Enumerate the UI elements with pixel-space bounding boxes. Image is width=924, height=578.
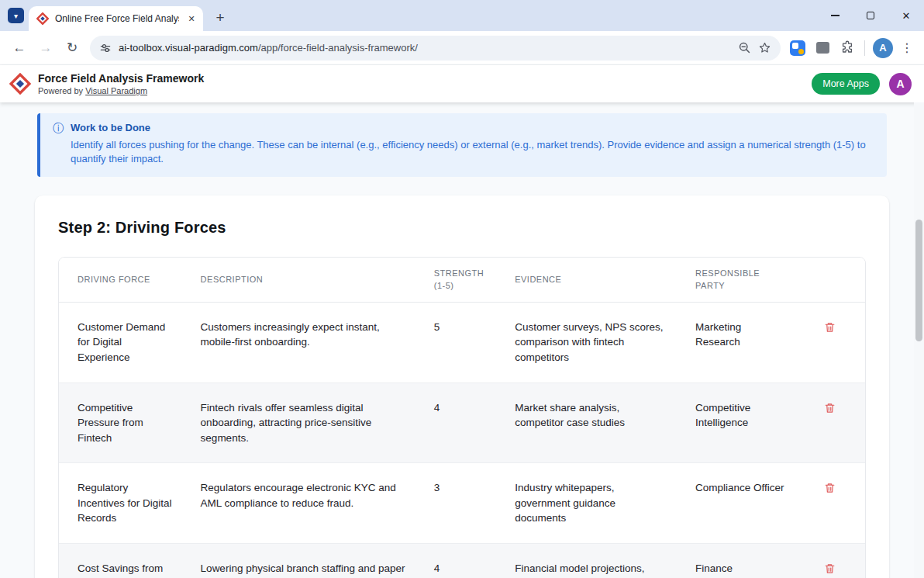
extensions-menu-button[interactable] bbox=[835, 36, 860, 61]
zoom-icon[interactable] bbox=[738, 41, 751, 54]
browser-profile-avatar[interactable]: A bbox=[873, 38, 893, 58]
cell-strength: 5 bbox=[415, 302, 496, 382]
tab-title: Online Free Force Field Analysis bbox=[55, 13, 179, 24]
close-button[interactable]: ✕ bbox=[888, 0, 924, 31]
app-title: Force Field Analysis Framework bbox=[38, 72, 204, 85]
table-row: Competitive Pressure from Fintech Fintec… bbox=[59, 382, 865, 463]
site-info-icon[interactable] bbox=[99, 42, 112, 54]
reload-button[interactable]: ↻ bbox=[59, 35, 85, 61]
cell-evidence: Customer surveys, NPS scores, comparison… bbox=[496, 302, 677, 382]
column-header: EVIDENCE bbox=[496, 258, 677, 303]
scrollbar-thumb[interactable] bbox=[915, 220, 922, 341]
visual-paradigm-logo bbox=[9, 73, 31, 95]
forward-button: → bbox=[33, 35, 59, 61]
app-header: Force Field Analysis Framework Powered b… bbox=[0, 65, 924, 102]
browser-tab[interactable]: Online Free Force Field Analysis ✕ bbox=[29, 6, 203, 31]
cell-evidence: Financial model projections, branch cost… bbox=[496, 543, 677, 578]
delete-row-button[interactable] bbox=[822, 400, 837, 416]
driving-forces-card: Step 2: Driving Forces DRIVING FORCE DES… bbox=[35, 196, 889, 578]
delete-row-button[interactable] bbox=[822, 480, 837, 496]
browser-menu-button[interactable]: ⋮ bbox=[896, 36, 918, 61]
cell-driving-force: Customer Demand for Digital Experience bbox=[59, 302, 182, 382]
user-avatar[interactable]: A bbox=[889, 73, 912, 95]
tab-close-icon[interactable]: ✕ bbox=[185, 12, 198, 25]
cell-strength: 3 bbox=[415, 463, 496, 544]
section-heading: Step 2: Driving Forces bbox=[58, 219, 866, 237]
cell-evidence: Market share analysis, competitor case s… bbox=[496, 382, 677, 463]
url-text: ai-toolbox.visual-paradigm.com/app/force… bbox=[119, 42, 731, 54]
table-row: Customer Demand for Digital Experience C… bbox=[59, 302, 865, 382]
tab-strip: ▾ Online Free Force Field Analysis ✕ + ✕ bbox=[0, 0, 924, 31]
cell-driving-force: Cost Savings from Reduced Paper and bbox=[59, 543, 182, 578]
window-controls: ✕ bbox=[817, 0, 924, 31]
address-bar[interactable]: ai-toolbox.visual-paradigm.com/app/force… bbox=[90, 36, 781, 61]
info-icon: ⓘ bbox=[53, 123, 64, 133]
column-header-actions bbox=[795, 258, 865, 303]
toolbar-right: A ⋮ bbox=[785, 36, 918, 61]
page-content: ⓘ Work to be Done Identify all forces pu… bbox=[0, 102, 924, 578]
delete-row-button[interactable] bbox=[822, 561, 837, 576]
column-header: DRIVING FORCE bbox=[59, 258, 182, 303]
chat-bubble-icon bbox=[816, 42, 829, 54]
trash-icon bbox=[824, 402, 836, 414]
trash-icon bbox=[824, 562, 836, 575]
trash-icon bbox=[824, 482, 836, 494]
browser-toolbar: ← → ↻ ai-toolbox.visual-paradigm.com/app… bbox=[0, 31, 924, 65]
visual-paradigm-link[interactable]: Visual Paradigm bbox=[85, 86, 147, 95]
cell-responsible-party: Compliance Officer bbox=[677, 463, 795, 544]
cell-description: Lowering physical branch staffing and pa… bbox=[182, 543, 415, 578]
cell-strength: 4 bbox=[415, 382, 496, 463]
column-header: RESPONSIBLE PARTY bbox=[677, 258, 795, 303]
cell-driving-force: Competitive Pressure from Fintech bbox=[59, 382, 182, 463]
info-banner-title: Work to be Done bbox=[71, 122, 150, 133]
minimize-icon bbox=[831, 15, 840, 16]
toolbar-divider bbox=[864, 40, 865, 56]
info-banner-body: Identify all forces pushing for the chan… bbox=[71, 138, 874, 167]
cell-evidence: Industry whitepapers, government guidanc… bbox=[496, 463, 677, 544]
cell-description: Customers increasingly expect instant, m… bbox=[182, 302, 415, 382]
cell-responsible-party: Marketing Research bbox=[677, 302, 795, 382]
bookmark-star-icon[interactable] bbox=[758, 41, 771, 54]
info-banner-header: ⓘ Work to be Done bbox=[53, 122, 874, 133]
info-banner: ⓘ Work to be Done Identify all forces pu… bbox=[37, 113, 887, 177]
chevron-down-icon: ▾ bbox=[14, 12, 18, 20]
table-header-row: DRIVING FORCE DESCRIPTION STRENGTH (1-5)… bbox=[59, 258, 865, 303]
driving-forces-table: DRIVING FORCE DESCRIPTION STRENGTH (1-5)… bbox=[58, 257, 866, 578]
new-tab-button[interactable]: + bbox=[209, 7, 231, 29]
puzzle-icon bbox=[840, 40, 855, 56]
cell-driving-force: Regulatory Incentives for Digital Record… bbox=[59, 463, 182, 544]
tab-search-button[interactable]: ▾ bbox=[8, 8, 24, 23]
cell-strength: 4 bbox=[415, 543, 496, 578]
table-row: Cost Savings from Reduced Paper and Lowe… bbox=[59, 543, 865, 578]
cell-responsible-party: Competitive Intelligence bbox=[677, 382, 795, 463]
browser-window: ▾ Online Free Force Field Analysis ✕ + ✕… bbox=[0, 0, 924, 578]
more-apps-button[interactable]: More Apps bbox=[812, 73, 880, 95]
cell-responsible-party: Finance Department bbox=[677, 543, 795, 578]
column-header: STRENGTH (1-5) bbox=[415, 258, 496, 303]
minimize-button[interactable] bbox=[817, 0, 853, 31]
delete-row-button[interactable] bbox=[822, 320, 837, 335]
extension-icon-colorful bbox=[790, 40, 805, 56]
trash-icon bbox=[824, 321, 836, 334]
tab-favicon bbox=[36, 12, 49, 25]
maximize-button[interactable] bbox=[853, 0, 888, 31]
table-row: Regulatory Incentives for Digital Record… bbox=[59, 463, 865, 544]
cell-description: Regulators encourage electronic KYC and … bbox=[182, 463, 415, 544]
url-domain: ai-toolbox.visual-paradigm.com bbox=[119, 42, 258, 54]
app-header-text: Force Field Analysis Framework Powered b… bbox=[38, 72, 204, 95]
maximize-icon bbox=[867, 12, 874, 19]
extension-button-2[interactable] bbox=[810, 36, 835, 61]
back-button[interactable]: ← bbox=[6, 35, 33, 61]
extension-button-1[interactable] bbox=[785, 36, 810, 61]
cell-description: Fintech rivals offer seamless digital on… bbox=[182, 382, 415, 463]
url-path: /app/force-field-analysis-framework/ bbox=[258, 42, 418, 54]
column-header: DESCRIPTION bbox=[182, 258, 415, 303]
powered-by: Powered by Visual Paradigm bbox=[38, 86, 204, 95]
